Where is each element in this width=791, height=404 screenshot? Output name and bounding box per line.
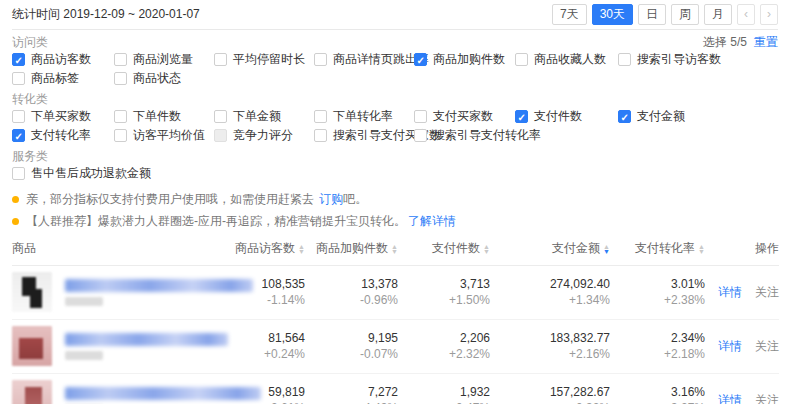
follow-link[interactable]: 关注 bbox=[755, 285, 779, 299]
checkbox-disabled-icon bbox=[214, 129, 227, 142]
cell-actions: 详情关注 bbox=[705, 320, 779, 374]
checkbox-icon bbox=[214, 110, 227, 123]
col-header-actions: 操作 bbox=[705, 233, 779, 266]
product-title-redacted[interactable] bbox=[65, 333, 228, 346]
filter-item-paid-buyers[interactable]: 支付买家数 bbox=[414, 108, 515, 125]
filter-item-order-buyers[interactable]: 下单买家数 bbox=[12, 108, 114, 125]
follow-link[interactable]: 关注 bbox=[755, 393, 779, 404]
col-header-cart-adds[interactable]: 商品加购件数▲▼ bbox=[305, 233, 398, 266]
filter-item-search-visitors[interactable]: 搜索引导访客数 bbox=[618, 51, 778, 68]
product-subtext-redacted bbox=[65, 351, 103, 360]
cell-cart-adds: 13,378-0.96% bbox=[305, 266, 398, 320]
filter-item-detail-bounce-rate[interactable]: 商品详情页跳出率 bbox=[314, 51, 414, 68]
filter-item-product-views[interactable]: 商品浏览量 bbox=[114, 51, 214, 68]
filter-item-competitiveness-score: 竞争力评分 bbox=[214, 127, 314, 144]
learn-more-link[interactable]: 了解详情 bbox=[408, 214, 456, 228]
cell-paid-amount: 274,092.40+1.34% bbox=[490, 266, 610, 320]
range-button-day[interactable]: 日 bbox=[638, 4, 666, 25]
table-row: 59,819-2.61% 7,272-4.49% 1,932+0.47% 157… bbox=[12, 374, 779, 404]
group-head-visit: 访问类 选择 5/5重置 bbox=[12, 35, 778, 49]
follow-link[interactable]: 关注 bbox=[755, 339, 779, 353]
product-title-redacted[interactable] bbox=[65, 387, 261, 400]
note-text: 亲，部分指标仅支持付费用户使用哦，如需使用赶紧去 订购吧。 bbox=[26, 191, 367, 208]
notes: 亲，部分指标仅支持付费用户使用哦，如需使用赶紧去 订购吧。 【人群推荐】爆款潜力… bbox=[12, 188, 778, 232]
filter-item-product-visitors[interactable]: 商品访客数 bbox=[12, 51, 114, 68]
group-title-conversion: 转化类 bbox=[12, 92, 48, 106]
checkbox-icon bbox=[114, 72, 127, 85]
checkbox-icon bbox=[314, 129, 327, 142]
cell-actions: 详情关注 bbox=[705, 266, 779, 320]
col-header-conversion[interactable]: 支付转化率▲▼ bbox=[610, 233, 705, 266]
cell-paid-items: 3,713+1.50% bbox=[398, 266, 490, 320]
checkbox-checked-icon bbox=[12, 129, 25, 142]
cell-paid-amount: 157,282.67+0.32% bbox=[490, 374, 610, 404]
range-button-month[interactable]: 月 bbox=[704, 4, 732, 25]
range-button-30d[interactable]: 30天 bbox=[592, 4, 633, 25]
cell-conversion: 3.16%+3.27% bbox=[610, 374, 705, 404]
checkbox-checked-icon bbox=[12, 53, 25, 66]
detail-link[interactable]: 详情 bbox=[718, 339, 742, 353]
filter-item-refund-amount[interactable]: 售中售后成功退款金额 bbox=[12, 165, 114, 182]
filter-item-paid-amount[interactable]: 支付金额 bbox=[618, 108, 778, 125]
filter-item-cart-adds[interactable]: 商品加购件数 bbox=[414, 51, 515, 68]
selection-count: 选择 5/5 bbox=[703, 35, 747, 49]
filter-item-search-paid-buyers[interactable]: 搜索引导支付买家数 bbox=[314, 127, 414, 144]
chevron-right-icon[interactable]: › bbox=[760, 4, 778, 25]
col-header-paid-items[interactable]: 支付件数▲▼ bbox=[398, 233, 490, 266]
filter-item-avg-stay-time[interactable]: 平均停留时长 bbox=[214, 51, 314, 68]
product-cell bbox=[12, 380, 208, 404]
sort-icon: ▲▼ bbox=[298, 244, 305, 254]
filter-item-paid-conversion[interactable]: 支付转化率 bbox=[12, 127, 114, 144]
note-text: 【人群推荐】爆款潜力人群圈选-应用-再追踪，精准营销提升宝贝转化。了解详情 bbox=[26, 213, 456, 230]
detail-link[interactable]: 详情 bbox=[718, 393, 742, 404]
product-analytics-page: 统计时间 2019-12-09 ~ 2020-01-07 7天 30天 日 周 … bbox=[0, 0, 791, 404]
cell-conversion: 3.01%+2.38% bbox=[610, 266, 705, 320]
table-header-row: 商品 商品访客数▲▼ 商品加购件数▲▼ 支付件数▲▼ 支付金额▲▼ 支付转化率▲… bbox=[12, 233, 779, 266]
checkbox-icon bbox=[114, 110, 127, 123]
checkbox-icon bbox=[618, 53, 631, 66]
col-header-product: 商品 bbox=[12, 233, 208, 266]
filter-item-product-status[interactable]: 商品状态 bbox=[114, 70, 214, 87]
filter-item-favorites[interactable]: 商品收藏人数 bbox=[515, 51, 618, 68]
sort-icon: ▲▼ bbox=[483, 244, 490, 254]
filter-grid-service: 售中售后成功退款金额 bbox=[12, 165, 778, 182]
note-bullet-icon bbox=[12, 196, 19, 203]
product-thumbnail[interactable] bbox=[12, 380, 52, 404]
table-row: 108,535-1.14% 13,378-0.96% 3,713+1.50% 2… bbox=[12, 266, 779, 320]
group-title-service: 服务类 bbox=[12, 149, 48, 163]
range-button-7d[interactable]: 7天 bbox=[552, 4, 587, 25]
checkbox-icon bbox=[414, 110, 427, 123]
note-paid-feature: 亲，部分指标仅支持付费用户使用哦，如需使用赶紧去 订购吧。 bbox=[12, 188, 778, 210]
cell-cart-adds: 9,195-0.07% bbox=[305, 320, 398, 374]
chevron-left-icon[interactable]: ‹ bbox=[737, 4, 755, 25]
subscribe-link[interactable]: 订购 bbox=[319, 192, 343, 206]
checkbox-icon bbox=[314, 110, 327, 123]
product-thumbnail[interactable] bbox=[12, 326, 52, 366]
checkbox-checked-icon bbox=[414, 53, 427, 66]
filter-item-search-paid-conversion[interactable]: 搜索引导支付转化率 bbox=[414, 127, 515, 144]
checkbox-icon bbox=[214, 53, 227, 66]
group-title-visit: 访问类 bbox=[12, 35, 48, 49]
filter-item-order-items[interactable]: 下单件数 bbox=[114, 108, 214, 125]
product-title-redacted[interactable] bbox=[65, 279, 253, 292]
filter-item-order-conversion[interactable]: 下单转化率 bbox=[314, 108, 414, 125]
checkbox-icon bbox=[12, 167, 25, 180]
product-thumbnail[interactable] bbox=[12, 272, 52, 312]
checkbox-icon bbox=[12, 110, 25, 123]
checkbox-icon bbox=[12, 72, 25, 85]
filter-item-visitor-avg-value[interactable]: 访客平均价值 bbox=[114, 127, 214, 144]
filter-grid-visit: 商品访客数 商品浏览量 平均停留时长 商品详情页跳出率 商品加购件数 商品收藏人… bbox=[12, 51, 778, 87]
detail-link[interactable]: 详情 bbox=[718, 285, 742, 299]
filter-item-paid-items[interactable]: 支付件数 bbox=[515, 108, 618, 125]
col-header-paid-amount[interactable]: 支付金额▲▼ bbox=[490, 233, 610, 266]
range-button-week[interactable]: 周 bbox=[671, 4, 699, 25]
checkbox-icon bbox=[414, 129, 427, 142]
col-header-visitors[interactable]: 商品访客数▲▼ bbox=[208, 233, 305, 266]
cell-paid-amount: 183,832.77+2.16% bbox=[490, 320, 610, 374]
product-cell bbox=[12, 272, 208, 312]
filter-item-product-tags[interactable]: 商品标签 bbox=[12, 70, 114, 87]
checkbox-icon bbox=[114, 129, 127, 142]
reset-link[interactable]: 重置 bbox=[754, 35, 778, 49]
table-row: 81,564+0.24% 9,195-0.07% 2,206+2.32% 183… bbox=[12, 320, 779, 374]
filter-item-order-amount[interactable]: 下单金额 bbox=[214, 108, 314, 125]
